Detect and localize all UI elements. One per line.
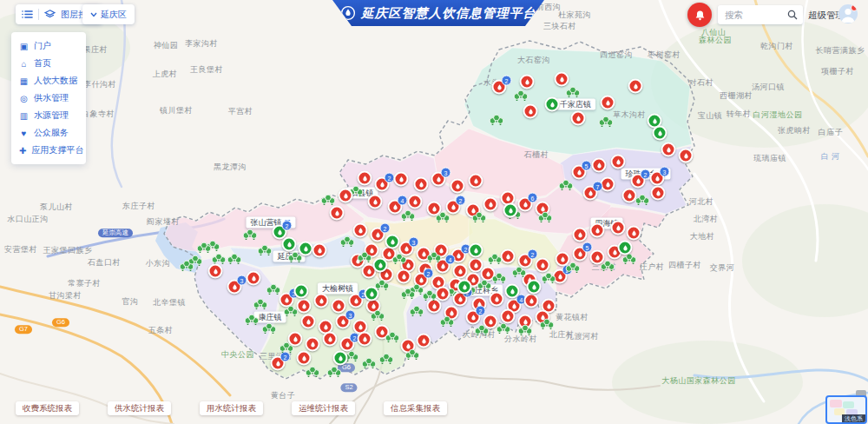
station-marker-green[interactable] [653, 126, 667, 141]
station-marker-red[interactable] [520, 75, 535, 89]
station-marker-red[interactable]: 5 [572, 165, 587, 180]
station-marker-red[interactable] [358, 171, 372, 186]
station-marker-red[interactable]: 2 [371, 228, 385, 242]
station-marker-red[interactable] [661, 142, 676, 157]
menu-item-bigdata[interactable]: ▦人饮大数据 [11, 72, 86, 89]
station-marker-red[interactable]: 5 [573, 247, 588, 262]
village-marker[interactable] [426, 251, 442, 267]
station-marker-red[interactable]: 2 [349, 294, 364, 308]
village-marker[interactable] [279, 341, 294, 357]
village-marker[interactable] [305, 366, 320, 381]
station-marker-red[interactable] [601, 96, 615, 110]
station-marker-green[interactable] [385, 235, 400, 249]
station-marker-green[interactable] [457, 280, 472, 295]
station-marker-red[interactable] [524, 294, 539, 308]
station-marker-red[interactable] [314, 294, 329, 308]
village-marker[interactable] [361, 357, 377, 373]
station-marker-red[interactable] [312, 243, 327, 258]
station-marker-red[interactable] [339, 189, 353, 203]
station-marker-red[interactable]: 2 [271, 356, 286, 371]
station-marker-red[interactable] [247, 271, 261, 286]
station-marker-red[interactable] [368, 195, 383, 209]
station-marker-red[interactable]: 2 [631, 174, 646, 189]
station-marker-red[interactable] [490, 292, 504, 307]
village-marker[interactable] [357, 251, 372, 267]
menu-item-water-supply[interactable]: ◎供水管理 [11, 89, 86, 107]
station-marker-green[interactable] [469, 243, 483, 258]
station-marker-red[interactable] [297, 351, 312, 366]
station-marker-red[interactable] [353, 223, 368, 238]
station-marker-red[interactable] [573, 228, 588, 242]
station-marker-red[interactable] [590, 223, 605, 238]
village-marker[interactable] [242, 229, 258, 244]
station-marker-red[interactable] [323, 332, 338, 347]
station-marker-red[interactable] [571, 111, 586, 126]
station-marker-red[interactable]: 3 [227, 280, 242, 295]
village-marker[interactable] [435, 211, 450, 227]
station-marker-red[interactable] [611, 155, 626, 169]
station-marker-red[interactable] [679, 149, 694, 163]
station-marker-red[interactable] [417, 334, 431, 348]
report-button-collect[interactable]: 信息采集报表 [384, 401, 447, 415]
village-marker[interactable] [496, 322, 511, 338]
village-marker[interactable] [489, 114, 504, 129]
village-marker[interactable] [391, 253, 407, 268]
station-marker-red[interactable] [306, 337, 320, 352]
station-marker-red[interactable] [394, 172, 409, 187]
station-marker-red[interactable] [501, 309, 516, 324]
report-button-supply[interactable]: 供水统计报表 [108, 401, 171, 415]
station-marker-green[interactable] [282, 237, 297, 252]
station-marker-red[interactable]: 2 [466, 310, 481, 325]
village-marker[interactable] [635, 194, 650, 209]
village-marker[interactable] [409, 305, 424, 321]
village-marker[interactable] [474, 324, 490, 340]
station-marker-red[interactable] [408, 195, 423, 209]
station-marker-green[interactable] [503, 203, 518, 218]
village-marker[interactable] [257, 244, 273, 260]
village-marker[interactable] [541, 272, 556, 288]
station-marker-red[interactable]: 3 [336, 315, 351, 329]
station-marker-green[interactable] [373, 258, 388, 273]
village-marker[interactable] [621, 253, 637, 268]
menu-item-public-service[interactable]: ♥公众服务 [11, 124, 86, 142]
station-marker-red[interactable]: 2 [340, 337, 355, 352]
station-marker-red[interactable] [536, 258, 550, 273]
station-marker-red[interactable] [297, 299, 312, 314]
station-marker-red[interactable]: 2 [375, 177, 390, 192]
basemap-switcher[interactable]: 浅色系 [825, 395, 867, 424]
report-button-ops[interactable]: 运维统计报表 [292, 401, 355, 415]
village-marker[interactable] [487, 253, 503, 268]
village-marker[interactable] [537, 211, 553, 227]
station-marker-red[interactable] [627, 226, 641, 241]
village-marker[interactable] [404, 348, 420, 364]
village-marker[interactable] [385, 331, 400, 347]
station-marker-red[interactable] [555, 72, 569, 87]
village-marker[interactable] [400, 209, 416, 225]
village-marker[interactable] [179, 260, 194, 275]
village-marker[interactable] [439, 315, 455, 331]
village-marker[interactable] [513, 89, 529, 105]
station-marker-green[interactable] [333, 351, 348, 366]
station-marker-green[interactable] [365, 287, 379, 301]
station-marker-red[interactable]: 3 [650, 171, 665, 186]
station-marker-red[interactable] [301, 315, 316, 329]
station-marker-red[interactable] [501, 249, 516, 264]
village-marker[interactable] [326, 366, 342, 381]
station-marker-red[interactable]: 7 [583, 186, 598, 201]
user-avatar[interactable] [838, 4, 858, 23]
village-marker[interactable] [517, 324, 533, 340]
village-marker[interactable] [227, 253, 242, 268]
magnifier-icon[interactable] [787, 10, 798, 20]
menu-item-water-source[interactable]: ▥水源管理 [11, 107, 86, 124]
station-marker-red[interactable]: 3 [431, 172, 446, 187]
station-marker-green[interactable] [527, 280, 542, 295]
district-dropdown[interactable]: 延庆区 [82, 4, 135, 24]
station-marker-red[interactable] [628, 79, 643, 94]
report-button-billing[interactable]: 收费系统报表 [16, 401, 79, 415]
village-marker[interactable] [378, 353, 394, 368]
station-marker-red[interactable] [469, 174, 483, 189]
search-input[interactable] [718, 10, 787, 20]
station-marker-red[interactable] [450, 179, 465, 194]
village-marker[interactable] [565, 86, 581, 102]
village-marker[interactable] [565, 262, 581, 277]
